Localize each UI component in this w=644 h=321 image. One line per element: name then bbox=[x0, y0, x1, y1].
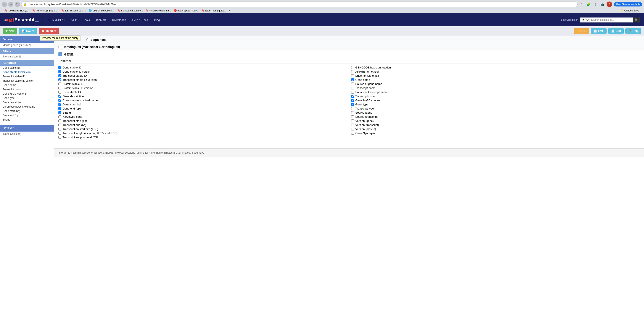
cb-version-transcript-input[interactable] bbox=[351, 124, 354, 126]
nav-tools[interactable]: Tools bbox=[80, 18, 93, 22]
url-button[interactable]: ★ URL bbox=[574, 28, 589, 34]
bookmark-geombar[interactable]: 🔖 geom_bar. ggplot... bbox=[200, 9, 227, 12]
bookmark-when-unequal[interactable]: 🔖 When Unequal Sa... bbox=[144, 9, 172, 12]
cb-gene-stable-id-version[interactable]: Gene stable ID version bbox=[58, 70, 347, 74]
perl-button[interactable]: 📄 Perl bbox=[608, 28, 624, 34]
collapse-gene-button[interactable]: – bbox=[58, 52, 62, 56]
cb-appris-annotation-input[interactable] bbox=[351, 70, 354, 73]
cb-transcription-start-site-input[interactable] bbox=[58, 128, 61, 131]
sidebar-item-gene-type[interactable]: Gene type bbox=[0, 96, 54, 100]
sidebar-item-gene-stable-id-version[interactable]: Gene stable ID version bbox=[0, 70, 54, 74]
cb-gencode-basic[interactable]: GENCODE basic annotation bbox=[351, 65, 640, 70]
cb-gene-type[interactable]: Gene type bbox=[351, 102, 640, 107]
cb-gene-description-input[interactable] bbox=[58, 95, 61, 98]
cb-transcript-length-input[interactable] bbox=[58, 132, 61, 135]
cb-strand[interactable]: Strand bbox=[58, 111, 347, 115]
sidebar-item-transcript-stable-id[interactable]: Transcript stable ID bbox=[0, 74, 54, 79]
search-button[interactable]: 🔍 bbox=[633, 17, 640, 22]
cb-source-gene-name-input[interactable] bbox=[351, 83, 354, 85]
cb-transcript-support-level-input[interactable] bbox=[58, 136, 61, 139]
cb-ensembl-canonical-input[interactable] bbox=[351, 74, 354, 77]
sidebar-item-transcript-count[interactable]: Transcript count bbox=[0, 87, 54, 92]
sidebar-item-gene-start[interactable]: Gene start (bp) bbox=[0, 109, 54, 113]
cb-gene-end[interactable]: Gene end (bp) bbox=[58, 107, 347, 111]
sidebar-dataset2-header[interactable]: Dataset bbox=[0, 125, 54, 132]
reload-button[interactable]: ↻ bbox=[15, 2, 20, 7]
cb-gene-name-input[interactable] bbox=[351, 78, 354, 81]
new-button[interactable]: ✚ New bbox=[2, 28, 17, 34]
cb-protein-stable-id-version-input[interactable] bbox=[58, 87, 61, 89]
bookmarks-more-button[interactable]: » bbox=[228, 9, 231, 12]
sidebar-item-gene-description[interactable]: Gene description bbox=[0, 100, 54, 105]
cb-version-protein-input[interactable] bbox=[351, 128, 354, 131]
cb-transcript-type[interactable]: Transcript type bbox=[351, 107, 640, 111]
nav-blog[interactable]: Blog bbox=[151, 18, 163, 22]
cb-protein-stable-id[interactable]: Protein stable ID bbox=[58, 82, 347, 86]
cb-gene-synonym-input[interactable] bbox=[351, 132, 354, 135]
sidebar-item-gene-end[interactable]: Gene end (bp) bbox=[0, 113, 54, 118]
cb-transcript-type-input[interactable] bbox=[351, 107, 354, 110]
cb-gene-end-input[interactable] bbox=[58, 107, 61, 110]
sidebar-item-strand[interactable]: Strand bbox=[0, 118, 54, 122]
cb-gene-gc-content-input[interactable] bbox=[351, 99, 354, 102]
cb-source-transcript-name-input[interactable] bbox=[351, 91, 354, 94]
profile-button[interactable]: J bbox=[606, 1, 612, 7]
xml-button[interactable]: 📄 XML bbox=[591, 28, 606, 34]
nav-vep[interactable]: VEP bbox=[68, 18, 80, 22]
results-button[interactable]: 📋 Results bbox=[39, 28, 59, 34]
cb-transcript-count-input[interactable] bbox=[351, 95, 354, 98]
help-button[interactable]: ❓ Help bbox=[626, 28, 642, 34]
cb-gene-stable-id[interactable]: Gene stable ID bbox=[58, 65, 347, 70]
radio-sequences[interactable]: Sequences bbox=[86, 38, 106, 41]
cb-karyotype-band-input[interactable] bbox=[58, 115, 61, 118]
cb-transcript-stable-id[interactable]: Transcript stable ID bbox=[58, 74, 347, 78]
cb-transcript-name[interactable]: Transcript name bbox=[351, 86, 640, 90]
nav-help-docs[interactable]: Help & Docs bbox=[129, 18, 151, 22]
cb-transcript-count[interactable]: Transcript count bbox=[351, 94, 640, 98]
bookmark-softsearch[interactable]: 🔖 SoftSearch-source... bbox=[116, 9, 144, 12]
cb-transcript-start-input[interactable] bbox=[58, 120, 61, 122]
sidebar-item-gc-content[interactable]: Gene % GC content bbox=[0, 92, 54, 96]
extension-icon[interactable]: 🧩 bbox=[586, 2, 591, 7]
ensembl-logo[interactable]: 🇺🇸 e! Ensembl east bbox=[4, 16, 39, 23]
cb-protein-stable-id-input[interactable] bbox=[58, 83, 61, 85]
bookmark-star-icon[interactable]: ☆ bbox=[579, 2, 584, 7]
address-bar[interactable]: 🔒 useast.ensembl.org/biomart/martview/f0… bbox=[21, 1, 578, 7]
cb-gene-stable-id-input[interactable] bbox=[58, 66, 61, 69]
cb-gencode-basic-input[interactable] bbox=[351, 66, 354, 69]
cb-transcript-length[interactable]: Transcript length (including UTRs and CD… bbox=[58, 131, 347, 135]
login-register-link[interactable]: Login/Register bbox=[561, 18, 578, 21]
radio-homologues[interactable]: Homologues (Max select 6 orthologues) bbox=[58, 45, 640, 49]
sidebar-item-transcript-stable-id-version[interactable]: Transcript stable ID version bbox=[0, 79, 54, 83]
bookmark-funny-sayings[interactable]: 🔖 Funny Sayings | sh... bbox=[31, 9, 60, 12]
cb-transcript-stable-id-version[interactable]: Transcript stable ID version bbox=[58, 78, 347, 82]
cb-transcript-start[interactable]: Transcript start (bp) bbox=[58, 119, 347, 123]
bookmark-heatmap[interactable]: 🔴 heatmap.2 | RDoc... bbox=[172, 9, 200, 12]
cb-transcription-start-site[interactable]: Transcription start site (TSS) bbox=[58, 127, 347, 131]
cb-source-transcript-input[interactable] bbox=[351, 115, 354, 118]
cb-exon-stable-id[interactable]: Exon stable ID bbox=[58, 90, 347, 94]
cb-version-transcript[interactable]: Version (transcript) bbox=[351, 123, 640, 127]
sidebar-item-gene-stable-id[interactable]: Gene stable ID bbox=[0, 66, 54, 70]
sidebar-item-chromosome[interactable]: Chromosome/scaffold name bbox=[0, 105, 54, 109]
cb-chromosome-scaffold[interactable]: Chromosome/scaffold name bbox=[58, 98, 347, 102]
cast-icon[interactable]: 📺 bbox=[600, 2, 605, 7]
radio-sequences-input[interactable] bbox=[86, 38, 89, 41]
cb-gene-stable-id-version-input[interactable] bbox=[58, 70, 61, 73]
cb-gene-type-input[interactable] bbox=[351, 103, 354, 106]
cb-transcript-support-level[interactable]: Transcript support level (TSL) bbox=[58, 135, 347, 139]
cb-version-gene[interactable]: Version (gene) bbox=[351, 119, 640, 123]
cb-transcript-name-input[interactable] bbox=[351, 87, 354, 89]
sidebar-item-gene-name[interactable]: Gene name bbox=[0, 83, 54, 87]
cb-gene-synonym[interactable]: Gene Synonym bbox=[351, 131, 640, 135]
sidebar-filters-header[interactable]: Filters bbox=[0, 48, 54, 54]
cb-gene-name[interactable]: Gene name bbox=[351, 78, 640, 82]
cb-source-gene-name[interactable]: Source of gene name bbox=[351, 82, 640, 86]
new-chrome-button[interactable]: New Chrome available bbox=[614, 2, 642, 6]
bookmark-rsquared[interactable]: 🔖 1.8 - R-squared C... bbox=[60, 9, 87, 12]
cb-source-gene-input[interactable] bbox=[351, 111, 354, 114]
back-button[interactable]: ← bbox=[2, 2, 7, 7]
count-button[interactable]: 📊 Count bbox=[19, 28, 37, 34]
cb-gene-start[interactable]: Gene start (bp) bbox=[58, 102, 347, 107]
cb-source-gene[interactable]: Source (gene) bbox=[351, 111, 640, 115]
